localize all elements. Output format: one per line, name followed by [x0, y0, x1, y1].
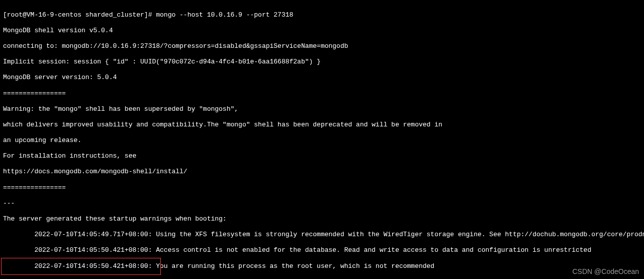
terminal-line: Implicit session: session { "id" : UUID(…: [3, 58, 644, 66]
terminal-line: an upcoming release.: [3, 136, 644, 145]
terminal-line: https://docs.mongodb.com/mongodb-shell/i…: [3, 168, 644, 176]
terminal-line: Warning: the "mongo" shell has been supe…: [3, 105, 644, 113]
terminal-line: 2022-07-10T14:05:50.421+08:00: Access co…: [3, 246, 644, 254]
watermark-text: CSDN @CodeOcean: [573, 267, 639, 276]
terminal-line: For installation instructions, see: [3, 152, 644, 160]
terminal-line: ---: [3, 199, 644, 207]
terminal-line: MongoDB shell version v5.0.4: [3, 27, 644, 35]
terminal-line: MongoDB server version: 5.0.4: [3, 74, 644, 82]
terminal-line: [root@VM-16-9-centos sharded_cluster]# m…: [3, 11, 644, 19]
terminal-output[interactable]: [root@VM-16-9-centos sharded_cluster]# m…: [3, 3, 644, 279]
terminal-line: which delivers improved usability and co…: [3, 121, 644, 129]
terminal-line: 2022-07-10T14:05:50.421+08:00: You are r…: [3, 262, 644, 270]
terminal-line: connecting to: mongodb://10.0.16.9:27318…: [3, 42, 644, 50]
terminal-line: ================: [3, 184, 644, 192]
terminal-line: 2022-07-10T14:05:49.717+08:00: Using the…: [3, 231, 644, 239]
terminal-line: ================: [3, 90, 644, 98]
terminal-line: The server generated these startup warni…: [3, 215, 644, 223]
